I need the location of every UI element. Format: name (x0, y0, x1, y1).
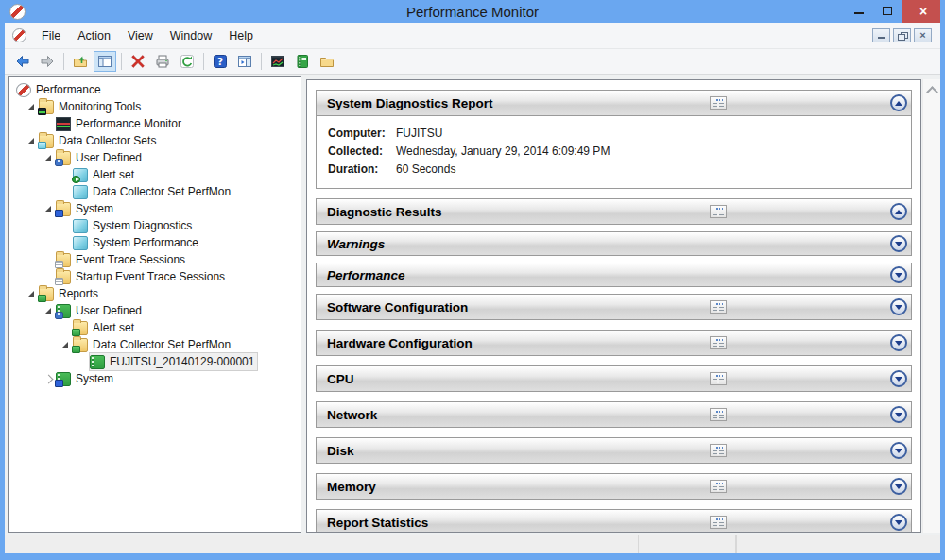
forward-button[interactable] (36, 51, 59, 72)
section-header[interactable]: CPU (316, 365, 912, 392)
table-menu-icon[interactable] (710, 408, 727, 421)
tree-item-reports-data-collector-set-perfmon[interactable]: Data Collector Set PerfMon (9, 336, 301, 353)
menu-help[interactable]: Help (220, 25, 262, 46)
section-header[interactable]: Diagnostic Results (316, 198, 912, 225)
view-log-data-button[interactable] (316, 51, 338, 72)
scroll-up-button[interactable] (923, 81, 940, 96)
section-header[interactable]: Memory (316, 473, 912, 500)
section-title: Warnings (327, 237, 385, 251)
tree-item-user-defined[interactable]: User Defined (9, 149, 301, 166)
mdi-restore-button[interactable] (893, 28, 911, 42)
maximize-button[interactable] (873, 0, 902, 23)
mdi-window-controls (872, 28, 935, 42)
report-panel[interactable]: System Diagnostics Report Computer:FUJIT… (306, 79, 921, 533)
collected-value: Wednesday, January 29, 2014 6:09:49 PM (396, 143, 610, 161)
report-scrollbar[interactable] (922, 79, 940, 533)
delete-button[interactable] (127, 51, 149, 72)
tree-item-fujitsu-report[interactable]: FUJITSU_20140129-000001 (9, 353, 301, 370)
show-hide-console-tree-button[interactable] (94, 51, 116, 72)
tree-item-performance[interactable]: Performance (9, 81, 301, 98)
collapse-button[interactable] (890, 203, 907, 220)
expand-button[interactable] (890, 406, 907, 423)
table-menu-icon[interactable] (710, 300, 727, 314)
view-report-button[interactable] (291, 51, 314, 72)
expand-arrow-icon[interactable] (26, 287, 39, 300)
tree-item-reports[interactable]: Reports (9, 285, 301, 302)
table-menu-icon[interactable] (710, 516, 727, 529)
collapse-button[interactable] (890, 94, 907, 111)
tree-item-event-trace-sessions[interactable]: Event Trace Sessions (9, 251, 301, 268)
expand-arrow-icon[interactable] (60, 338, 73, 351)
menu-action[interactable]: Action (69, 25, 119, 46)
folder-icon (319, 54, 335, 69)
expand-arrow-icon[interactable] (26, 134, 39, 147)
tree-item-startup-event-trace-sessions[interactable]: Startup Event Trace Sessions (9, 268, 301, 285)
table-menu-icon[interactable] (710, 480, 727, 493)
mdi-close-button[interactable] (914, 28, 932, 42)
section-header[interactable]: Performance (316, 263, 912, 287)
section-disk: Disk (316, 437, 912, 464)
table-menu-icon[interactable] (710, 96, 727, 110)
expand-button[interactable] (890, 266, 907, 283)
table-menu-icon[interactable] (710, 205, 727, 218)
tree-item-data-collector-set-perfmon[interactable]: Data Collector Set PerfMon (9, 183, 301, 200)
show-hide-action-pane-button[interactable] (233, 51, 256, 72)
minimize-button[interactable] (845, 0, 873, 23)
table-menu-icon[interactable] (710, 444, 727, 457)
tree-item-performance-monitor[interactable]: Performance Monitor (9, 115, 301, 132)
tree-item-system-diagnostics[interactable]: System Diagnostics (9, 217, 301, 234)
expand-button[interactable] (890, 442, 907, 459)
collapse-arrow-icon[interactable] (43, 372, 56, 385)
tree-item-system[interactable]: System (9, 200, 301, 217)
titlebar[interactable]: Performance Monitor × (0, 0, 945, 23)
expand-arrow-icon[interactable] (43, 202, 56, 215)
folder-cube-icon (39, 134, 54, 148)
section-header[interactable]: Report Statistics (316, 509, 912, 533)
tree-item-reports-system[interactable]: System (9, 370, 301, 387)
console-tree-panel[interactable]: Performance Monitoring Tools Performance… (8, 76, 301, 533)
close-button[interactable]: × (902, 0, 945, 23)
expand-button[interactable] (890, 370, 907, 387)
section-header[interactable]: Network (316, 401, 912, 428)
back-button[interactable] (11, 51, 34, 72)
section-header[interactable]: Software Configuration (316, 294, 912, 320)
folder-report-icon (73, 321, 88, 335)
tree-item-alert-set[interactable]: Alert set (9, 166, 301, 183)
tree-label: System (76, 202, 113, 215)
tree-label: User Defined (76, 304, 142, 317)
expand-arrow-icon[interactable] (43, 151, 56, 164)
up-one-level-button[interactable] (69, 51, 92, 72)
expand-button[interactable] (890, 514, 907, 531)
expand-arrow-slot (77, 355, 90, 368)
expand-button[interactable] (890, 334, 907, 351)
mdi-minimize-button[interactable] (872, 28, 890, 42)
table-menu-icon[interactable] (710, 336, 727, 349)
cube-icon (73, 219, 88, 233)
menu-view[interactable]: View (119, 25, 162, 46)
expand-arrow-icon[interactable] (26, 100, 39, 113)
status-cell (638, 535, 736, 553)
section-header[interactable]: Hardware Configuration (316, 330, 912, 356)
section-title: Software Configuration (327, 300, 468, 314)
computer-value: FUJITSU (396, 125, 442, 143)
view-current-activity-button[interactable] (266, 51, 289, 72)
tree-item-reports-user-defined[interactable]: User Defined (9, 302, 301, 319)
refresh-button[interactable] (176, 51, 198, 72)
selected-tree-item[interactable]: FUJITSU_20140129-000001 (90, 353, 257, 370)
tree-item-monitoring-tools[interactable]: Monitoring Tools (9, 98, 301, 115)
expand-arrow-icon[interactable] (43, 304, 56, 317)
print-button[interactable] (151, 51, 174, 72)
menu-file[interactable]: File (33, 25, 69, 46)
expand-button[interactable] (890, 478, 907, 495)
table-menu-icon[interactable] (710, 372, 727, 385)
expand-button[interactable] (890, 235, 907, 252)
section-header[interactable]: Disk (316, 437, 912, 464)
menu-window[interactable]: Window (162, 25, 220, 46)
section-header[interactable]: Warnings (316, 231, 912, 256)
tree-item-data-collector-sets[interactable]: Data Collector Sets (9, 132, 301, 149)
tree-item-system-performance[interactable]: System Performance (9, 234, 301, 251)
section-header[interactable]: System Diagnostics Report (316, 90, 912, 116)
tree-item-reports-alert-set[interactable]: Alert set (9, 319, 301, 336)
expand-button[interactable] (890, 298, 907, 315)
help-button[interactable]: ? (209, 51, 232, 72)
